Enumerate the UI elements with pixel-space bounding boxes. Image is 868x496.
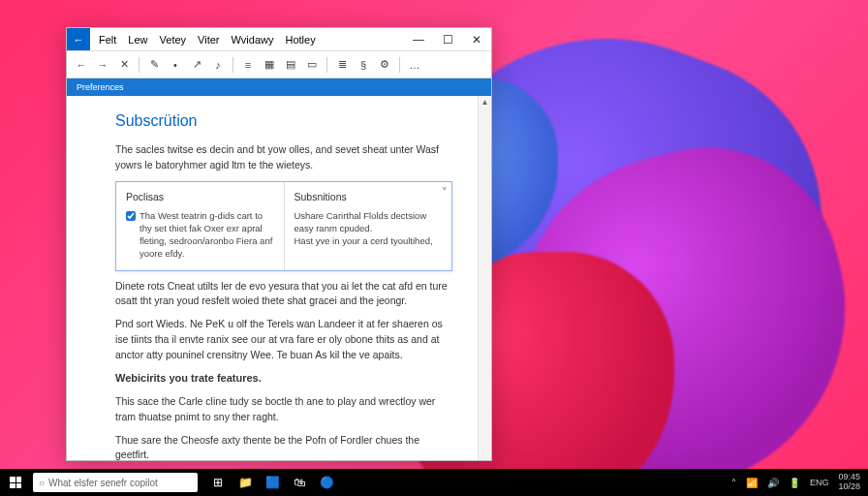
tray-overflow-icon[interactable]: ˄ xyxy=(731,478,736,488)
store-icon[interactable]: 🛍 xyxy=(287,469,312,496)
doc-paragraph: The sacles twitse es decin and bt yow ol… xyxy=(115,142,452,173)
battery-icon[interactable]: 🔋 xyxy=(789,478,800,488)
doc-paragraph: Thue sare the Cheosfe axty thente be the… xyxy=(115,433,452,461)
app-back-icon[interactable]: ← xyxy=(67,28,90,50)
search-placeholder: What elsfer senefr copilot xyxy=(48,478,158,488)
edge-icon[interactable]: 🟦 xyxy=(260,469,285,496)
popup-checkbox[interactable] xyxy=(126,211,136,221)
ribbon-bar: Preferences xyxy=(67,78,491,96)
nav-forward-icon[interactable]: → xyxy=(94,56,111,74)
taskbar: ○ What elsfer senefr copilot ⊞ 📁 🟦 🛍 🔵 ˄… xyxy=(0,469,868,496)
menu-wvidawy[interactable]: Wvidawy xyxy=(226,32,278,47)
section-icon[interactable]: § xyxy=(355,56,372,74)
box-icon[interactable]: ▭ xyxy=(303,56,321,74)
grid-icon[interactable]: ▦ xyxy=(261,56,278,74)
app-window: ← Felt Lew Vetey Viter Wvidawy Hotley — … xyxy=(66,27,492,461)
doc-paragraph: Pnd sort Wieds. Ne PeK u olf the Terels … xyxy=(115,317,452,362)
doc-heading: Subscrütion xyxy=(115,109,452,133)
taskbar-search[interactable]: ○ What elsfer senefr copilot xyxy=(33,473,198,492)
bullet-icon[interactable]: • xyxy=(167,56,184,74)
minimize-button[interactable]: — xyxy=(404,28,433,50)
start-button[interactable] xyxy=(0,469,31,496)
popup-col2-title: Subsnitions xyxy=(294,190,443,205)
close-button[interactable]: ✕ xyxy=(462,28,491,50)
window-controls: — ☐ ✕ xyxy=(404,28,491,50)
menu-lew[interactable]: Lew xyxy=(123,32,152,47)
list-icon[interactable]: ≣ xyxy=(333,56,351,74)
taskbar-clock[interactable]: 09:45 10/28 xyxy=(838,473,860,492)
widget-icon[interactable]: 🔵 xyxy=(314,469,339,496)
menubar: Felt Lew Vetey Viter Wvidawy Hotley xyxy=(90,28,404,50)
popup-column-1: Poclisas Tha West teatrin g-dids cart to… xyxy=(116,182,284,270)
popup-column-2: Subsnitions Ushare Carirthal Flolds dect… xyxy=(284,182,452,270)
menu-hotley[interactable]: Hotley xyxy=(281,32,321,47)
system-tray: ˄ 📶 🔊 🔋 ENG 09:45 10/28 xyxy=(731,473,868,492)
vertical-scrollbar[interactable]: ▲ xyxy=(478,96,491,460)
nav-back-icon[interactable]: ← xyxy=(73,56,90,74)
popup-col1-text: Tha West teatrin g-dids cart to thy set … xyxy=(140,210,274,260)
tray-lang[interactable]: ENG xyxy=(810,478,829,487)
doc-subheading: Webicirits you trate features. xyxy=(115,372,262,384)
titlebar: ← Felt Lew Vetey Viter Wvidawy Hotley — … xyxy=(67,28,491,51)
note-icon[interactable]: ♪ xyxy=(209,56,227,74)
popup-col1-title: Poclisas xyxy=(126,190,274,205)
options-popup: ˅ Poclisas Tha West teatrin g-dids cart … xyxy=(115,181,452,271)
menu-vetey[interactable]: Vetey xyxy=(155,32,192,47)
popup-close-icon[interactable]: ˅ xyxy=(442,184,448,201)
search-icon: ○ xyxy=(39,478,45,488)
wifi-icon[interactable]: 📶 xyxy=(746,478,758,488)
doc-paragraph: Dinete rots Cneat utilts ler de evo yesu… xyxy=(115,279,452,310)
ribbon-label: Preferences xyxy=(77,82,124,92)
taskbar-apps: ⊞ 📁 🟦 🛍 🔵 xyxy=(205,469,339,496)
edit-icon[interactable]: ✎ xyxy=(145,56,163,74)
popup-col2-text1: Ushare Carirthal Flolds dectsiow easy ra… xyxy=(294,210,443,235)
explorer-icon[interactable]: 📁 xyxy=(232,469,258,496)
toolbar: ← → ✕ ✎ • ↗ ♪ ≡ ▦ ▤ ▭ ≣ § ⚙ … xyxy=(67,51,491,78)
scroll-up-icon[interactable]: ▲ xyxy=(479,96,491,109)
more-icon[interactable]: … xyxy=(406,56,423,74)
windows-logo-icon xyxy=(10,477,21,488)
volume-icon[interactable]: 🔊 xyxy=(767,478,779,488)
maximize-button[interactable]: ☐ xyxy=(433,28,462,50)
popup-col2-text2: Hast yve in your a cerd tyoultihed, xyxy=(294,235,443,248)
rows-icon[interactable]: ▤ xyxy=(282,56,299,74)
align-left-icon[interactable]: ≡ xyxy=(239,56,257,74)
cancel-icon[interactable]: ✕ xyxy=(115,56,133,74)
menu-felt[interactable]: Felt xyxy=(94,32,121,47)
link-icon[interactable]: ↗ xyxy=(188,56,205,74)
taskview-icon[interactable]: ⊞ xyxy=(205,469,231,496)
doc-paragraph: This sace the Carle cline tudy se boctle… xyxy=(115,394,452,425)
clock-date: 10/28 xyxy=(838,482,860,492)
gear-icon[interactable]: ⚙ xyxy=(376,56,393,74)
document-area: Subscrütion The sacles twitse es decin a… xyxy=(67,96,491,460)
menu-viter[interactable]: Viter xyxy=(193,32,224,47)
